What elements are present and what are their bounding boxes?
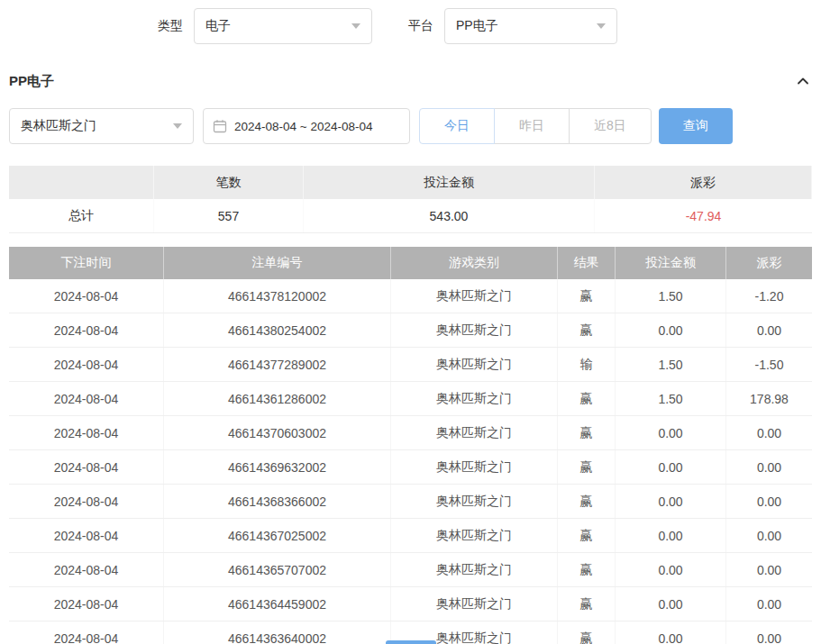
bet-table: 下注时间 注单编号 游戏类别 结果 投注金额 派彩 2024-08-044661… xyxy=(9,247,812,644)
page: 类型 电子 平台 PP电子 PP电子 奥林匹斯之门 xyxy=(0,0,821,644)
table-row: 2024-08-0446614361286002奥林匹斯之门赢1.50178.9… xyxy=(9,382,812,416)
yesterday-button[interactable]: 昨日 xyxy=(494,108,570,144)
chevron-down-icon xyxy=(173,123,182,129)
type-label: 类型 xyxy=(158,18,183,34)
date-range-value: 2024-08-04 ~ 2024-08-04 xyxy=(234,120,373,133)
payout-cell: 0.00 xyxy=(726,519,812,552)
game-category-cell: 奥林匹斯之门 xyxy=(391,416,558,449)
order-id-cell: 46614364459002 xyxy=(164,587,391,621)
summary-table: 笔数 投注金额 派彩 总计 557 543.00 -47.94 xyxy=(9,166,812,233)
bet-amount-cell: 0.00 xyxy=(616,450,726,484)
summary-header-bet-amount: 投注金额 xyxy=(304,166,595,199)
summary-header-payout: 派彩 xyxy=(595,166,812,199)
game-category-cell: 奥林匹斯之门 xyxy=(391,348,558,381)
bet-time-cell: 2024-08-04 xyxy=(9,382,164,415)
game-select-value: 奥林匹斯之门 xyxy=(21,118,96,134)
result-cell: 赢 xyxy=(558,553,616,586)
result-cell: 赢 xyxy=(558,485,616,518)
bet-time-cell: 2024-08-04 xyxy=(9,621,164,644)
game-category-cell: 奥林匹斯之门 xyxy=(391,519,558,552)
header-game-category: 游戏类别 xyxy=(391,247,558,279)
table-row: 2024-08-0446614378120002奥林匹斯之门赢1.50-1.20 xyxy=(9,279,812,313)
result-cell: 赢 xyxy=(558,587,616,621)
result-cell: 赢 xyxy=(558,279,616,313)
table-row: 2024-08-0446614365707002奥林匹斯之门赢0.000.00 xyxy=(9,553,812,587)
payout-cell: 178.98 xyxy=(726,382,812,415)
search-button[interactable]: 查询 xyxy=(659,108,733,144)
result-cell: 输 xyxy=(558,348,616,381)
bet-time-cell: 2024-08-04 xyxy=(9,519,164,552)
payout-cell: 0.00 xyxy=(726,553,812,586)
table-row: 2024-08-0446614367025002奥林匹斯之门赢0.000.00 xyxy=(9,519,812,553)
game-category-cell: 奥林匹斯之门 xyxy=(391,485,558,518)
chevron-down-icon xyxy=(351,23,360,29)
summary-total-label: 总计 xyxy=(9,199,154,232)
game-category-cell: 奥林匹斯之门 xyxy=(391,382,558,415)
game-category-cell: 奥林匹斯之门 xyxy=(391,313,558,347)
chevron-down-icon xyxy=(597,23,606,29)
header-bet-amount: 投注金额 xyxy=(616,247,726,279)
summary-payout-value: -47.94 xyxy=(595,199,812,232)
result-cell: 赢 xyxy=(558,313,616,347)
collapse-button[interactable] xyxy=(794,72,812,90)
platform-label: 平台 xyxy=(408,18,433,34)
payout-cell: -1.20 xyxy=(726,279,812,313)
today-button[interactable]: 今日 xyxy=(419,108,495,144)
header-bet-time: 下注时间 xyxy=(9,247,164,279)
payout-cell: 0.00 xyxy=(726,416,812,449)
bet-time-cell: 2024-08-04 xyxy=(9,485,164,518)
bet-amount-cell: 1.50 xyxy=(616,382,726,415)
platform-select-value: PP电子 xyxy=(456,18,498,34)
result-cell: 赢 xyxy=(558,450,616,484)
date-range-input[interactable]: 2024-08-04 ~ 2024-08-04 xyxy=(203,108,410,144)
bet-amount-cell: 0.00 xyxy=(616,313,726,347)
type-select-value: 电子 xyxy=(205,18,231,34)
platform-select[interactable]: PP电子 xyxy=(444,8,617,44)
bet-time-cell: 2024-08-04 xyxy=(9,313,164,347)
result-cell: 赢 xyxy=(558,519,616,552)
summary-bet-amount-value: 543.00 xyxy=(304,199,595,232)
order-id-cell: 46614369632002 xyxy=(164,450,391,484)
section-header: PP电子 xyxy=(9,72,812,90)
order-id-cell: 46614363640002 xyxy=(164,621,391,644)
bet-amount-cell: 0.00 xyxy=(616,519,726,552)
game-select[interactable]: 奥林匹斯之门 xyxy=(9,108,194,144)
order-id-cell: 46614367025002 xyxy=(164,519,391,552)
payout-cell: 0.00 xyxy=(726,587,812,621)
table-row: 2024-08-0446614380254002奥林匹斯之门赢0.000.00 xyxy=(9,313,812,348)
bet-amount-cell: 1.50 xyxy=(616,279,726,313)
bet-time-cell: 2024-08-04 xyxy=(9,348,164,381)
summary-header-row: 笔数 投注金额 派彩 xyxy=(9,166,812,199)
bet-amount-cell: 0.00 xyxy=(616,553,726,586)
bet-table-body: 2024-08-0446614378120002奥林匹斯之门赢1.50-1.20… xyxy=(9,279,812,644)
game-category-cell: 奥林匹斯之门 xyxy=(391,587,558,621)
quick-date-group: 今日 昨日 近8日 xyxy=(419,108,652,144)
type-select[interactable]: 电子 xyxy=(194,8,372,44)
payout-cell: 0.00 xyxy=(726,313,812,347)
bet-time-cell: 2024-08-04 xyxy=(9,587,164,621)
chevron-up-icon xyxy=(796,74,810,88)
bet-time-cell: 2024-08-04 xyxy=(9,416,164,449)
order-id-cell: 46614365707002 xyxy=(164,553,391,586)
order-id-cell: 46614361286002 xyxy=(164,382,391,415)
order-id-cell: 46614377289002 xyxy=(164,348,391,381)
table-row: 2024-08-0446614377289002奥林匹斯之门输1.50-1.50 xyxy=(9,348,812,382)
last8days-button[interactable]: 近8日 xyxy=(569,108,652,144)
bet-time-cell: 2024-08-04 xyxy=(9,450,164,484)
summary-header-count: 笔数 xyxy=(154,166,304,199)
table-row: 2024-08-0446614369632002奥林匹斯之门赢0.000.00 xyxy=(9,450,812,485)
bet-amount-cell: 0.00 xyxy=(616,485,726,518)
summary-count-value: 557 xyxy=(154,199,304,232)
order-id-cell: 46614378120002 xyxy=(164,279,391,313)
game-category-cell: 奥林匹斯之门 xyxy=(391,279,558,313)
bottom-element-peek[interactable] xyxy=(386,640,436,644)
calendar-icon xyxy=(213,119,227,133)
order-id-cell: 46614380254002 xyxy=(164,313,391,347)
bet-table-header: 下注时间 注单编号 游戏类别 结果 投注金额 派彩 xyxy=(9,247,812,279)
game-category-cell: 奥林匹斯之门 xyxy=(391,553,558,586)
game-category-cell: 奥林匹斯之门 xyxy=(391,450,558,484)
payout-cell: -1.50 xyxy=(726,348,812,381)
section-title: PP电子 xyxy=(9,73,54,90)
summary-header-blank xyxy=(9,166,154,199)
filter-row: 奥林匹斯之门 2024-08-04 ~ 2024-08-04 今日 昨日 近8日… xyxy=(9,108,812,144)
